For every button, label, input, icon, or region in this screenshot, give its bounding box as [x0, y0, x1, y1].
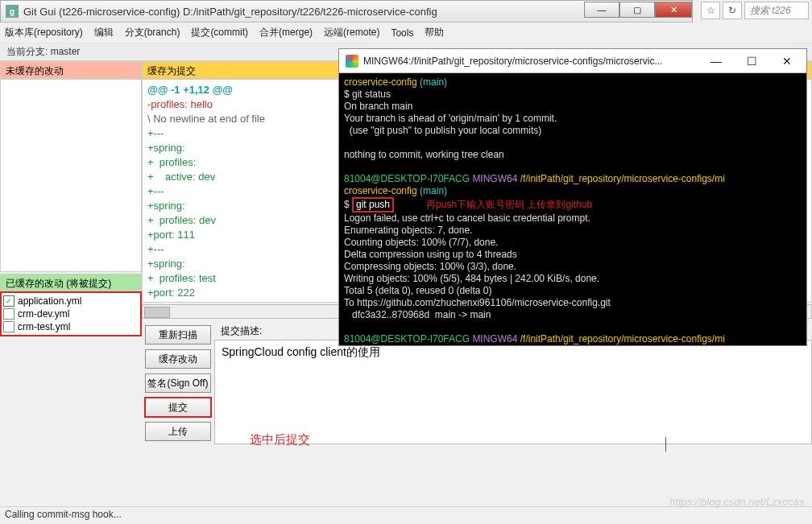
refresh-icon[interactable]: ↻ — [723, 2, 742, 19]
menu-tools[interactable]: Tools — [391, 27, 413, 39]
term-close-button[interactable]: ✕ — [769, 50, 805, 72]
terminal-title-bar[interactable]: MINGW64:/f/initPath/git_repository/micro… — [339, 49, 806, 73]
commit-desc-label: 提交描述: — [221, 324, 262, 338]
maximize-button[interactable]: ▢ — [619, 2, 655, 18]
menu-commit[interactable]: 提交(commit) — [191, 26, 248, 39]
file-name: crm-dev.yml — [18, 308, 69, 320]
close-button[interactable]: ✕ — [655, 2, 692, 18]
menu-remote[interactable]: 远端(remote) — [324, 26, 379, 39]
menu-help[interactable]: 帮助 — [425, 26, 444, 39]
commit-message-text: SpringCloud config client的使用 — [222, 345, 380, 358]
file-icon — [3, 308, 14, 320]
menu-bar: 版本库(repository) 编辑 分支(branch) 提交(commit)… — [0, 23, 812, 43]
app-icon: g — [6, 5, 19, 18]
terminal-window[interactable]: MINGW64:/f/initPath/git_repository/micro… — [338, 48, 807, 346]
unstaged-header: 未缓存的改动 — [0, 61, 142, 79]
check-icon: ✓ — [3, 295, 14, 307]
text-cursor — [665, 437, 666, 452]
title-bar: g Git Gui (t226-microservice-config) D:/… — [0, 0, 693, 23]
minimize-button[interactable]: — — [584, 2, 619, 18]
stage-button[interactable]: 缓存改动 — [145, 349, 211, 369]
menu-repository[interactable]: 版本库(repository) — [5, 26, 83, 39]
commit-button[interactable]: 提交 — [145, 398, 211, 417]
external-search[interactable]: 搜索 t226 — [744, 2, 809, 19]
list-item[interactable]: crm-dev.yml — [3, 307, 139, 320]
annotation-select-commit: 选中后提交 — [250, 432, 310, 448]
term-maximize-button[interactable]: ☐ — [734, 50, 769, 72]
mingw-icon — [346, 55, 358, 68]
status-bar: Calling commit-msg hook... — [0, 506, 812, 524]
star-icon[interactable]: ☆ — [701, 2, 720, 19]
commit-message-input[interactable]: SpringCloud config client的使用 — [214, 340, 812, 444]
unstaged-list[interactable] — [0, 79, 142, 272]
menu-edit[interactable]: 编辑 — [94, 26, 114, 39]
menu-branch[interactable]: 分支(branch) — [125, 26, 180, 39]
list-item[interactable]: ✓application.yml — [3, 295, 139, 307]
signoff-button[interactable]: 签名(Sign Off) — [145, 373, 211, 393]
window-title: Git Gui (t226-microservice-config) D:/in… — [23, 6, 584, 18]
file-name: application.yml — [18, 295, 81, 307]
rescan-button[interactable]: 重新扫描 — [145, 325, 211, 345]
push-button[interactable]: 上传 — [145, 422, 211, 441]
menu-merge[interactable]: 合并(merge) — [259, 26, 313, 39]
staged-header: 已缓存的改动 (将被提交) — [0, 274, 142, 291]
terminal-body[interactable]: croservice-config (main) $ git status On… — [339, 73, 806, 345]
terminal-title: MINGW64:/f/initPath/git_repository/micro… — [363, 56, 698, 67]
term-minimize-button[interactable]: — — [698, 50, 734, 72]
